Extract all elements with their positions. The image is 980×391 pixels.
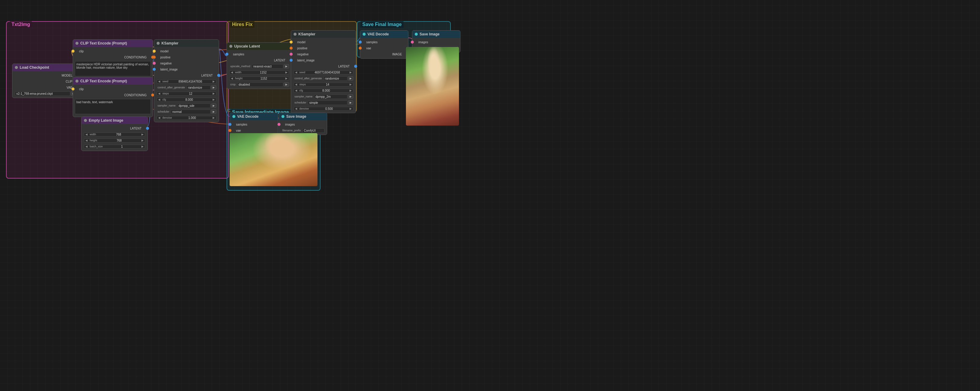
kh-cag-arrow[interactable]: ▶ [348,76,353,81]
kh-scheduler-combo[interactable]: scheduler simple ▶ [294,100,353,105]
si-images-port[interactable] [277,123,280,126]
vdf-vae-port[interactable] [359,47,362,50]
final-preview [406,47,459,126]
el-batch-stepper[interactable]: ◀ batch_size 1 ▶ [84,145,145,149]
kt-steps-left[interactable]: ◀ [157,92,161,95]
kh-seed-right[interactable]: ▶ [348,71,353,74]
ul-crop-combo[interactable]: crop disabled ▶ [229,82,289,87]
ul-width-right[interactable]: ▶ [284,71,289,74]
cp-clip-port[interactable] [72,50,75,53]
el-width-right[interactable]: ▶ [140,133,145,136]
kt-seed-stepper[interactable]: ◀ seed 89848141647836 ▶ [157,79,216,84]
cn-clip-port[interactable] [72,87,75,90]
el-width-row: ◀ width 768 ▶ [81,131,148,138]
kh-cfg-stepper[interactable]: ◀ cfg 8.000 ▶ [294,89,353,93]
el-width-left[interactable]: ◀ [84,133,89,136]
el-batch-right[interactable]: ▶ [140,145,145,148]
el-latent-label: LATENT [130,127,146,130]
ul-crop-arrow[interactable]: ▶ [284,82,289,87]
kt-cfg-stepper[interactable]: ◀ cfg 8.000 ▶ [157,98,216,102]
ul-method-arrow[interactable]: ▶ [284,64,289,68]
ul-samples-port[interactable] [225,53,228,56]
ksampler-txt2img-title: KSampler [161,41,178,45]
kt-latent-port[interactable] [153,68,156,71]
kt-seed-value: 89848141647836 [169,80,212,83]
kh-cfg-left[interactable]: ◀ [294,89,298,92]
ul-width-stepper[interactable]: ◀ width 1152 ▶ [229,71,289,74]
kh-denoise-left[interactable]: ◀ [294,107,298,110]
kh-steps-right[interactable]: ▶ [348,83,353,86]
kt-cfg-right[interactable]: ▶ [212,98,216,101]
ksampler-txt2img-node: KSampler model positive negative latent_… [154,40,219,122]
lc-ckpt-combo[interactable]: v2-1_768-ema-pruned.ckpt ▶ [15,92,76,96]
ul-height-row: ◀ height 1152 ▶ [227,75,291,81]
lc-vae-output: VAE [13,84,78,90]
kt-negative-port[interactable] [153,62,156,65]
ul-height-right[interactable]: ▶ [284,77,289,80]
ul-width-left[interactable]: ◀ [230,71,234,74]
kt-steps-right[interactable]: ▶ [212,92,216,95]
el-height-stepper[interactable]: ◀ height 768 ▶ [84,139,145,142]
kt-sampler-combo[interactable]: sampler_name dpmpp_sde ▶ [157,103,216,108]
cn-clip-input: clip [73,86,153,92]
kh-cag-combo[interactable]: control_after_generate randomize ▶ [294,76,353,81]
kt-positive-port[interactable] [153,56,156,59]
kh-latent-out-port[interactable] [354,65,357,68]
save-final-header: Save Image [412,30,460,38]
kh-steps-value: 14 [307,83,348,86]
kh-steps-stepper[interactable]: ◀ steps 14 ▶ [294,82,353,87]
kt-denoise-left[interactable]: ◀ [157,116,161,119]
el-batch-left[interactable]: ◀ [84,145,89,148]
kt-denoise-right[interactable]: ▶ [212,116,216,119]
kt-latent-out-port[interactable] [217,74,220,77]
kt-sampler-row: sampler_name dpmpp_sde ▶ [154,103,219,109]
kh-denoise-right[interactable]: ▶ [348,107,353,110]
kh-scheduler-arrow[interactable]: ▶ [348,100,353,105]
kt-cag-arrow[interactable]: ▶ [211,85,216,90]
kh-sampler-combo[interactable]: sampler_name dpmpp_2m ▶ [294,94,353,99]
ul-height-left[interactable]: ◀ [230,77,234,80]
upscale-latent-node: Upscale Latent samples LATENT upscale_me… [227,43,292,89]
kt-steps-stepper[interactable]: ◀ steps 12 ▶ [157,92,216,96]
el-height-right[interactable]: ▶ [140,139,145,142]
kh-latent-port[interactable] [290,59,293,62]
kt-model-port[interactable] [153,50,156,53]
vdf-image-label: IMAGE [392,53,406,56]
cn-prompt-input[interactable] [75,99,151,114]
kt-scheduler-combo[interactable]: scheduler normal ▶ [157,109,216,114]
kh-denoise-stepper[interactable]: ◀ denoise 0.500 ▶ [294,107,353,111]
vdi-vae-port[interactable] [228,129,231,132]
el-latent-port[interactable] [146,127,149,130]
kt-seed-left[interactable]: ◀ [157,80,161,83]
kh-sampler-arrow[interactable]: ▶ [348,94,353,99]
vdf-samples-port[interactable] [359,41,362,44]
lc-model-output: MODEL [13,72,78,78]
si-prefix-combo[interactable]: filename_prefix ComfyUI [282,128,325,133]
el-width-stepper[interactable]: ◀ width 768 ▶ [84,133,145,136]
kh-seed-left[interactable]: ◀ [294,71,298,74]
kt-cag-combo[interactable]: control_after_generate randomize ▶ [157,85,216,90]
cp-prompt-input[interactable] [75,61,151,76]
sf-images-port[interactable] [411,41,414,44]
ul-height-stepper[interactable]: ◀ height 1152 ▶ [229,76,289,81]
kh-steps-left[interactable]: ◀ [294,83,298,86]
clip-negative-node: CLIP Text Encode (Prompt) clip CONDITION… [73,77,153,117]
kh-model-port[interactable] [290,41,293,44]
kh-negative-port[interactable] [290,53,293,56]
kh-positive-port[interactable] [290,47,293,50]
vdi-samples-port[interactable] [228,123,231,126]
clip-positive-body: clip CONDITIONING [73,47,153,79]
kh-seed-stepper[interactable]: ◀ seed 469771604043268 ▶ [294,71,353,74]
el-height-left[interactable]: ◀ [84,139,89,142]
kt-seed-right[interactable]: ▶ [212,80,216,83]
ul-method-combo[interactable]: upscale_method nearest-exact ▶ [229,64,289,69]
kt-sampler-arrow[interactable]: ▶ [211,103,216,108]
kt-cfg-left[interactable]: ◀ [157,98,161,101]
kt-denoise-stepper[interactable]: ◀ denoise 1.000 ▶ [157,116,216,120]
kh-cfg-right[interactable]: ▶ [348,89,353,92]
kt-steps-row: ◀ steps 12 ▶ [154,90,219,97]
vdi-vae-input: vae [230,127,278,133]
kt-scheduler-arrow[interactable]: ▶ [211,109,216,114]
kt-cag-value: randomize [187,85,210,90]
load-checkpoint-title: Load Checkpoint [20,65,49,70]
